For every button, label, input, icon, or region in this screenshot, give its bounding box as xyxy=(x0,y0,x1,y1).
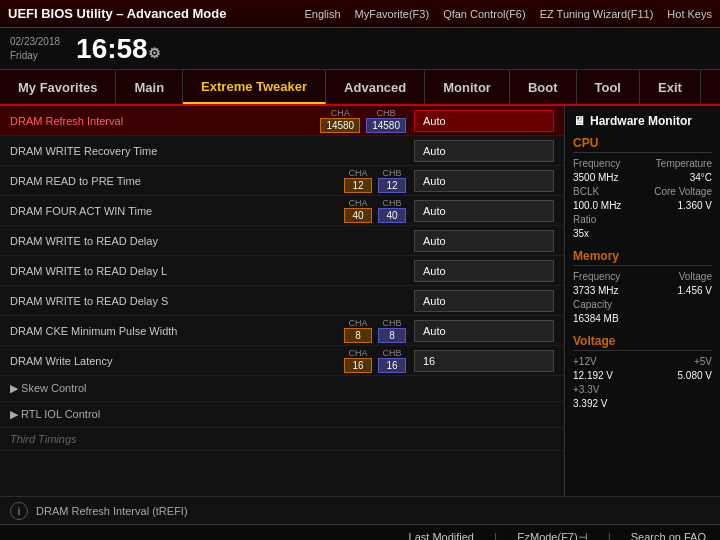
qfan-btn[interactable]: Qfan Control(F6) xyxy=(443,8,526,20)
third-timings-label: Third Timings xyxy=(10,433,77,445)
setting-name-four-act: DRAM FOUR ACT WIN Time xyxy=(10,205,344,217)
setting-value-read-pre[interactable]: Auto xyxy=(414,170,554,192)
setting-value-cke[interactable]: Auto xyxy=(414,320,554,342)
memory-section: Memory Frequency Voltage 3733 MHz 1.456 … xyxy=(573,249,712,324)
cpu-freq-label: Frequency xyxy=(573,158,620,169)
cha-chb-cke: CHA 8 CHB 8 xyxy=(344,318,406,343)
date-info: 02/23/2018 Friday xyxy=(10,35,60,63)
cha-block: CHA 14580 xyxy=(320,108,360,133)
cpu-ratio-row: Ratio xyxy=(573,214,712,225)
bios-title: UEFI BIOS Utility – Advanced Mode xyxy=(8,6,226,21)
v33-label: +3.3V xyxy=(573,384,599,395)
mem-freq-row: Frequency Voltage xyxy=(573,271,712,282)
main-content: DRAM Refresh Interval CHA 14580 CHB 1458… xyxy=(0,106,720,496)
mem-freq-value: 3733 MHz xyxy=(573,285,619,296)
voltage-section: Voltage +12V +5V 12.192 V 5.080 V +3.3V … xyxy=(573,334,712,409)
language-selector[interactable]: English xyxy=(304,8,340,20)
setting-name-read-pre: DRAM READ to PRE Time xyxy=(10,175,344,187)
cha-chb-dram-refresh: CHA 14580 CHB 14580 xyxy=(320,108,406,133)
nav-extreme-tweaker[interactable]: Extreme Tweaker xyxy=(183,70,326,104)
cha-chb-write-latency: CHA 16 CHB 16 xyxy=(344,348,406,373)
settings-icon[interactable]: ⚙ xyxy=(148,45,161,61)
cpu-ratio-value: 35x xyxy=(573,228,589,239)
cpu-temp-label: Temperature xyxy=(656,158,712,169)
setting-dram-cke[interactable]: DRAM CKE Minimum Pulse Width CHA 8 CHB 8… xyxy=(0,316,564,346)
day-display: Friday xyxy=(10,49,60,63)
ez-tuning-btn[interactable]: EZ Tuning Wizard(F11) xyxy=(540,8,654,20)
setting-dram-write-read[interactable]: DRAM WRITE to READ Delay Auto xyxy=(0,226,564,256)
setting-name-write-latency: DRAM Write Latency xyxy=(10,355,344,367)
v12-label: +12V xyxy=(573,356,597,367)
setting-value-write-latency[interactable]: 16 xyxy=(414,350,554,372)
nav-tool[interactable]: Tool xyxy=(577,70,640,104)
cpu-bclk-value: 100.0 MHz xyxy=(573,200,621,211)
cpu-ratio-label: Ratio xyxy=(573,214,596,225)
monitor-icon: 🖥 xyxy=(573,114,585,128)
v12-value-row: 12.192 V 5.080 V xyxy=(573,370,712,381)
nav-monitor[interactable]: Monitor xyxy=(425,70,510,104)
setting-value-four-act[interactable]: Auto xyxy=(414,200,554,222)
hot-keys-btn[interactable]: Hot Keys xyxy=(667,8,712,20)
setting-dram-write-read-l[interactable]: DRAM WRITE to READ Delay L Auto xyxy=(0,256,564,286)
setting-dram-four-act[interactable]: DRAM FOUR ACT WIN Time CHA 40 CHB 40 Aut… xyxy=(0,196,564,226)
cpu-freq-row: Frequency Temperature xyxy=(573,158,712,169)
setting-dram-write-recovery[interactable]: DRAM WRITE Recovery Time Auto xyxy=(0,136,564,166)
setting-name-write-read: DRAM WRITE to READ Delay xyxy=(10,235,414,247)
setting-value-write-read-l[interactable]: Auto xyxy=(414,260,554,282)
setting-value-write-recovery[interactable]: Auto xyxy=(414,140,554,162)
setting-value-write-read-s[interactable]: Auto xyxy=(414,290,554,312)
date-display: 02/23/2018 xyxy=(10,35,60,49)
setting-value-write-read[interactable]: Auto xyxy=(414,230,554,252)
cpu-bclk-value-row: 100.0 MHz 1.360 V xyxy=(573,200,712,211)
setting-dram-read-pre[interactable]: DRAM READ to PRE Time CHA 12 CHB 12 Auto xyxy=(0,166,564,196)
v33-value-row: 3.392 V xyxy=(573,398,712,409)
nav-boot[interactable]: Boot xyxy=(510,70,577,104)
nav-my-favorites[interactable]: My Favorites xyxy=(0,70,116,104)
mem-cap-value: 16384 MB xyxy=(573,313,619,324)
v5-label: +5V xyxy=(694,356,712,367)
mem-cap-label: Capacity xyxy=(573,299,612,310)
info-bar: i DRAM Refresh Interval (tREFI) xyxy=(0,496,720,524)
third-timings-section: Third Timings xyxy=(0,428,564,451)
datetime-bar: 02/23/2018 Friday 16:58⚙ xyxy=(0,28,720,70)
cpu-temp-value: 34°C xyxy=(690,172,712,183)
header-actions: English MyFavorite(F3) Qfan Control(F6) … xyxy=(304,8,712,20)
voltage-title: Voltage xyxy=(573,334,712,351)
setting-name-cke: DRAM CKE Minimum Pulse Width xyxy=(10,325,344,337)
hw-monitor-title: 🖥 Hardware Monitor xyxy=(573,114,712,128)
bottom-bar: Last Modified | EzMode(F7)⊣ | Search on … xyxy=(0,524,720,540)
info-icon: i xyxy=(10,502,28,520)
v5-value: 5.080 V xyxy=(678,370,712,381)
nav-main[interactable]: Main xyxy=(116,70,183,104)
rtl-iol-row[interactable]: ▶ RTL IOL Control xyxy=(0,402,564,428)
hardware-monitor-panel: 🖥 Hardware Monitor CPU Frequency Tempera… xyxy=(565,106,720,496)
cpu-freq-value-row: 3500 MHz 34°C xyxy=(573,172,712,183)
ez-mode-btn[interactable]: EzMode(F7)⊣ xyxy=(517,531,588,541)
search-faq-btn[interactable]: Search on FAQ xyxy=(631,531,706,541)
nav-exit[interactable]: Exit xyxy=(640,70,701,104)
setting-dram-write-read-s[interactable]: DRAM WRITE to READ Delay S Auto xyxy=(0,286,564,316)
mem-freq-label: Frequency xyxy=(573,271,620,282)
setting-dram-refresh-interval[interactable]: DRAM Refresh Interval CHA 14580 CHB 1458… xyxy=(0,106,564,136)
nav-menu: My Favorites Main Extreme Tweaker Advanc… xyxy=(0,70,720,106)
v33-row: +3.3V xyxy=(573,384,712,395)
cpu-bclk-label: BCLK xyxy=(573,186,599,197)
v12-row: +12V +5V xyxy=(573,356,712,367)
setting-dram-write-latency[interactable]: DRAM Write Latency CHA 16 CHB 16 16 xyxy=(0,346,564,376)
v12-value: 12.192 V xyxy=(573,370,613,381)
last-modified-btn[interactable]: Last Modified xyxy=(409,531,474,541)
v33-value: 3.392 V xyxy=(573,398,607,409)
cpu-core-volt-label: Core Voltage xyxy=(654,186,712,197)
mem-freq-value-row: 3733 MHz 1.456 V xyxy=(573,285,712,296)
cha-chb-read-pre: CHA 12 CHB 12 xyxy=(344,168,406,193)
header: UEFI BIOS Utility – Advanced Mode Englis… xyxy=(0,0,720,28)
mem-cap-value-row: 16384 MB xyxy=(573,313,712,324)
setting-value-dram-refresh[interactable]: Auto xyxy=(414,110,554,132)
cpu-title: CPU xyxy=(573,136,712,153)
myfavorite-btn[interactable]: MyFavorite(F3) xyxy=(355,8,430,20)
cpu-freq-value: 3500 MHz xyxy=(573,172,619,183)
nav-advanced[interactable]: Advanced xyxy=(326,70,425,104)
skew-control-row[interactable]: ▶ Skew Control xyxy=(0,376,564,402)
cpu-bclk-row: BCLK Core Voltage xyxy=(573,186,712,197)
mem-volt-label: Voltage xyxy=(679,271,712,282)
